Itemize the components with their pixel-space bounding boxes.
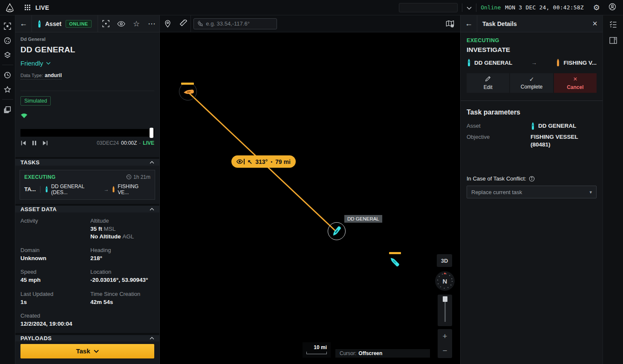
- task-panel-header: ← Task Details ×: [461, 15, 603, 32]
- top-bar: LIVE Online MON 3 DEC 24, 00:42:58Z ⚙: [0, 0, 623, 15]
- focus-on-entity-icon[interactable]: [98, 15, 113, 32]
- search-pin-icon: [197, 20, 203, 27]
- divider: [2, 99, 13, 100]
- entities-icon[interactable]: [2, 34, 14, 47]
- field-time-since-creation: Time Since Creation 42m 54s: [90, 291, 154, 306]
- cursor-label: Cursor:: [340, 350, 356, 356]
- range-value: 79 mi: [275, 158, 291, 165]
- affiliation-dropdown[interactable]: Friendly: [20, 60, 154, 67]
- skip-to-live-button[interactable]: [42, 140, 48, 146]
- drop-pin-icon[interactable]: [160, 15, 175, 32]
- duration-clock-icon: [126, 174, 132, 180]
- chevron-up-icon: [150, 161, 154, 164]
- windows-icon[interactable]: [2, 103, 14, 116]
- back-button[interactable]: ←: [15, 15, 32, 32]
- map-3d-toggle[interactable]: 3D: [437, 254, 452, 267]
- arrow-northwest-icon: ↖: [248, 158, 253, 165]
- objective-selection-bar: [181, 83, 194, 85]
- system-clock: MON 3 DEC 24, 00:42:58Z: [505, 4, 584, 11]
- complete-task-button[interactable]: ✓ Complete: [510, 73, 553, 93]
- account-icon[interactable]: [609, 3, 616, 12]
- map-canvas[interactable]: ↖ 313° • 79 mi DD GENERAL 3D: [160, 15, 460, 364]
- compass-control[interactable]: N: [435, 271, 455, 291]
- app-grid-icon[interactable]: [25, 5, 30, 10]
- settings-gear-icon[interactable]: ⚙: [593, 4, 600, 11]
- data-type-value: anduril: [45, 72, 62, 78]
- entity-type-label: Asset: [45, 20, 61, 27]
- map-settings-icon[interactable]: [442, 15, 458, 32]
- friendly-vessel-icon[interactable]: [388, 255, 401, 268]
- pause-button[interactable]: [32, 140, 37, 146]
- center-map-icon[interactable]: [2, 20, 14, 32]
- field-altitude: Altitude 35 ft MSL No Altitude AGL: [90, 218, 154, 241]
- task-objective-name: FISHING VE...: [118, 183, 150, 195]
- coordinate-search-input[interactable]: [206, 20, 273, 27]
- chevron-down-icon[interactable]: [467, 4, 472, 11]
- history-icon[interactable]: [2, 69, 14, 81]
- task-parameters-title: Task parameters: [467, 109, 597, 116]
- close-icon[interactable]: ×: [587, 15, 603, 32]
- friendly-vessel-icon: [45, 186, 49, 192]
- asset-panel: ← Asset ONLINE: [15, 15, 160, 364]
- breadcrumb: Dd General: [20, 37, 154, 42]
- zoom-slider-handle[interactable]: [443, 296, 447, 302]
- param-asset-value: DD GENERAL: [538, 122, 576, 130]
- divider: [461, 100, 603, 101]
- simulated-badge: Simulated: [20, 96, 51, 106]
- zoom-slider[interactable]: [438, 295, 452, 326]
- task-details-panel: ← Task Details × EXECUTING INVESTIGATE D…: [460, 15, 603, 364]
- caret-down-icon: ▾: [589, 189, 592, 195]
- asset-vessel-icon[interactable]: [330, 225, 343, 238]
- objective-vessel-icon[interactable]: [182, 87, 196, 97]
- checklist-icon[interactable]: [609, 20, 617, 29]
- scrubber-handle[interactable]: [150, 128, 153, 138]
- info-icon[interactable]: [529, 176, 535, 182]
- tasks-section-header[interactable]: TASKS: [15, 159, 159, 165]
- payloads-section-header[interactable]: PAYLOADS: [15, 335, 159, 341]
- side-panel-layout-icon[interactable]: [609, 37, 617, 45]
- field-activity: Activity: [20, 218, 90, 241]
- data-type-label: Data Type:: [20, 73, 43, 78]
- right-icon-rail: [603, 15, 623, 364]
- skip-to-start-button[interactable]: [20, 140, 26, 146]
- chevron-up-icon: [150, 208, 154, 211]
- app-title: LIVE: [35, 4, 49, 11]
- global-search-input[interactable]: [399, 3, 458, 12]
- zoom-out-button[interactable]: −: [442, 346, 447, 355]
- edit-task-button[interactable]: Edit: [467, 73, 509, 93]
- chevron-up-icon: [150, 337, 154, 340]
- pencil-icon: [485, 76, 491, 83]
- data-type-row: Data Type:anduril: [20, 72, 62, 80]
- divider: [477, 15, 477, 32]
- favorites-star-icon[interactable]: [2, 83, 14, 96]
- watch-eye-icon[interactable]: [113, 15, 129, 32]
- conflict-policy-select[interactable]: Replace current task ▾: [467, 186, 597, 198]
- divider: [40, 186, 40, 193]
- task-conflict-section: In Case of Task Conflict: Replace curren…: [467, 175, 597, 198]
- divider: [462, 3, 462, 12]
- favorite-star-icon[interactable]: ☆: [129, 15, 144, 32]
- map-toolbar: [160, 15, 460, 32]
- asset-map-label[interactable]: DD GENERAL: [344, 215, 382, 223]
- connection-status: Online: [481, 4, 501, 11]
- affiliation-value: Friendly: [20, 60, 43, 67]
- task-card[interactable]: EXECUTING 1h 21m TA... DD GENERAL (DES..…: [20, 170, 155, 200]
- cancel-task-button[interactable]: × Cancel: [554, 73, 597, 93]
- cursor-value: Offscreen: [358, 350, 382, 356]
- timeline-scrubber[interactable]: [20, 129, 154, 137]
- task-button[interactable]: Task: [20, 344, 154, 358]
- asset-data-section-header[interactable]: ASSET DATA: [15, 206, 159, 212]
- asset-data-section-body: Activity Altitude 35 ft MSL No Altitude …: [15, 212, 159, 333]
- back-button[interactable]: ←: [461, 15, 477, 32]
- measure-ruler-icon[interactable]: [175, 15, 190, 32]
- scale-bar: [306, 352, 327, 354]
- zoom-in-button[interactable]: +: [442, 332, 447, 341]
- layers-icon[interactable]: [2, 49, 14, 61]
- panel-title: Task Details: [482, 20, 517, 27]
- bearing-range-pill[interactable]: ↖ 313° • 79 mi: [231, 155, 296, 168]
- task-asset-name: DD GENERAL: [474, 60, 512, 66]
- coordinate-search[interactable]: [193, 18, 277, 29]
- live-indicator[interactable]: LIVE: [143, 140, 154, 146]
- more-options-icon[interactable]: ⋯: [144, 15, 159, 32]
- task-status: EXECUTING: [467, 37, 597, 43]
